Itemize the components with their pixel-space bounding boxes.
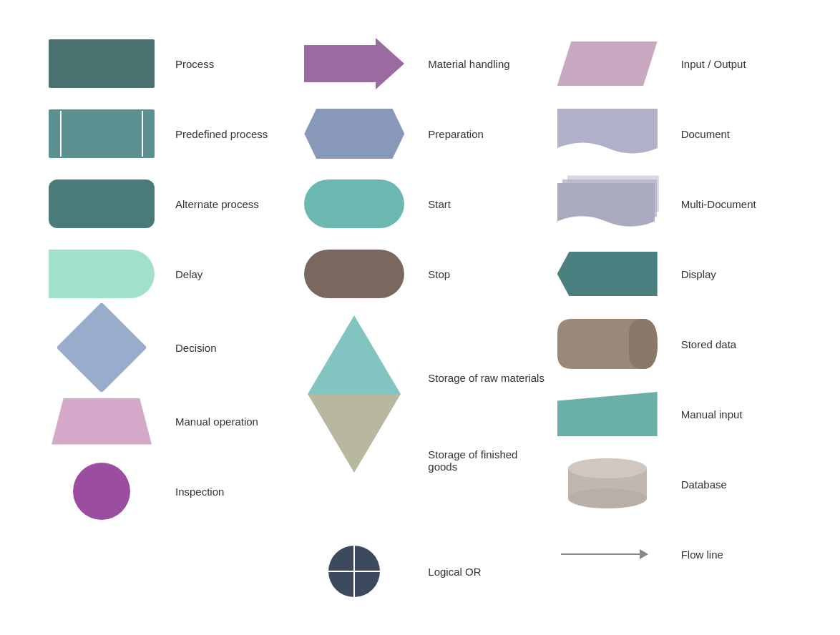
display-shape	[557, 252, 658, 296]
logical-or-shape-container	[293, 546, 415, 597]
stop-shape	[304, 250, 404, 298]
material-handling-shape	[304, 38, 404, 89]
inspection-shape-container	[41, 463, 162, 520]
multi-document-shape-container	[547, 175, 668, 232]
alternate-process-label: Alternate process	[175, 198, 259, 210]
input-output-shape-container	[547, 41, 668, 86]
start-label: Start	[428, 198, 499, 210]
list-item: Start	[293, 175, 546, 232]
predefined-process-label: Predefined process	[175, 128, 268, 140]
svg-marker-0	[304, 38, 404, 89]
display-shape-container	[547, 252, 668, 296]
legend-container: Process Predefined process Alternate pro…	[26, 21, 814, 614]
material-handling-shape-container	[293, 38, 415, 89]
delay-label: Delay	[175, 268, 247, 280]
preparation-label: Preparation	[428, 128, 499, 140]
stop-shape-container	[293, 250, 415, 298]
list-item: Manual input	[547, 385, 799, 443]
list-item: Storage of raw materials Storage of fini…	[293, 315, 546, 473]
svg-point-3	[568, 488, 647, 508]
database-label: Database	[681, 478, 753, 491]
input-output-label: Input / Output	[681, 58, 753, 70]
document-shape	[557, 109, 658, 159]
manual-input-shape-container	[547, 392, 668, 436]
storage-finished-label: Storage of finished goods	[428, 448, 546, 473]
list-item: Display	[547, 245, 799, 302]
inspection-label: Inspection	[175, 486, 247, 498]
database-shape-container	[547, 458, 668, 510]
flow-line-line	[561, 553, 640, 555]
manual-input-label: Manual input	[681, 408, 753, 420]
svg-point-4	[568, 458, 647, 478]
storage-group	[308, 315, 401, 473]
display-label: Display	[681, 268, 753, 280]
decision-label: Decision	[175, 342, 247, 354]
delay-shape-container	[41, 250, 162, 298]
storage-finished-shape	[308, 394, 401, 473]
storage-raw-shape	[308, 315, 401, 394]
manual-input-shape	[557, 392, 658, 436]
manual-operation-shape	[52, 398, 152, 445]
list-item: Stored data	[547, 315, 799, 373]
decision-shape	[56, 302, 147, 393]
list-item: Alternate process	[41, 175, 293, 232]
document-label: Document	[681, 128, 753, 140]
flow-line-shape-container	[547, 549, 668, 559]
alternate-process-shape	[49, 179, 155, 228]
flow-line-shape	[561, 549, 654, 559]
preparation-shape-container	[293, 109, 415, 159]
list-item: Decision	[41, 315, 293, 380]
manual-op-shape-container	[41, 398, 162, 445]
process-shape	[49, 39, 155, 88]
logical-or-label: Logical OR	[428, 566, 499, 578]
stop-label: Stop	[428, 268, 499, 280]
list-item: Process	[41, 35, 293, 92]
input-output-shape	[557, 41, 658, 86]
start-shape	[304, 179, 404, 228]
storage-labels: Storage of raw materials Storage of fini…	[428, 372, 546, 473]
list-item: Document	[547, 105, 799, 162]
list-item: Multi-Document	[547, 175, 799, 232]
list-item: Stop	[293, 245, 546, 302]
process-shape-container	[41, 39, 162, 88]
stored-data-shape-container	[547, 319, 668, 369]
multi-document-label: Multi-Document	[681, 198, 756, 210]
preparation-shape	[304, 109, 404, 159]
column-mid: Material handling Preparation Start Stop	[293, 35, 546, 600]
predefined-shape-container	[41, 109, 162, 158]
list-item: Manual operation	[41, 393, 293, 450]
list-item: Predefined process	[41, 105, 293, 162]
multi-document-shape	[557, 175, 658, 232]
stored-data-shape	[557, 319, 658, 369]
storage-raw-label: Storage of raw materials	[428, 372, 546, 384]
flow-line-arrow-icon	[640, 549, 648, 559]
manual-operation-label: Manual operation	[175, 415, 258, 428]
decision-shape-container	[41, 315, 162, 380]
list-item: Database	[547, 456, 799, 513]
list-item: Material handling	[293, 35, 546, 92]
storage-shapes-container	[293, 315, 415, 473]
logical-or-shape	[328, 546, 380, 597]
inspection-shape	[73, 463, 130, 520]
database-shape	[568, 458, 647, 510]
list-item: Delay	[41, 245, 293, 302]
list-item: Logical OR	[293, 543, 546, 600]
column-left: Process Predefined process Alternate pro…	[41, 35, 293, 600]
list-item: Preparation	[293, 105, 546, 162]
start-shape-container	[293, 179, 415, 228]
column-right: Input / Output Document	[547, 35, 799, 600]
flow-line-label: Flow line	[681, 548, 753, 561]
list-item: Input / Output	[547, 35, 799, 92]
material-handling-label: Material handling	[428, 58, 509, 70]
list-item: Inspection	[41, 463, 293, 520]
predefined-process-shape	[49, 109, 155, 158]
process-label: Process	[175, 58, 247, 70]
alternate-shape-container	[41, 179, 162, 228]
multi-doc-layer-1	[557, 182, 655, 232]
list-item: Flow line	[547, 526, 799, 583]
document-shape-container	[547, 109, 668, 159]
stored-data-label: Stored data	[681, 338, 753, 350]
delay-shape	[49, 250, 155, 298]
